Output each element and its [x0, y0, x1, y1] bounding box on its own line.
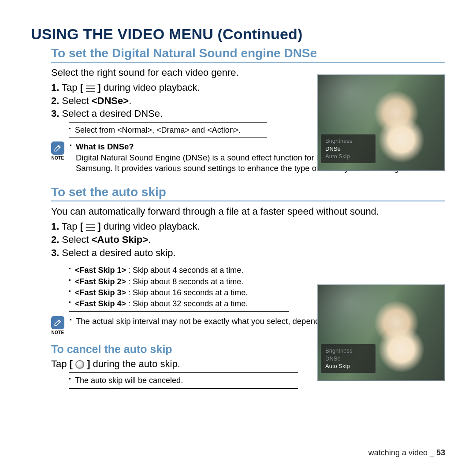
footer-page: 53 — [436, 448, 445, 457]
menu-drawer: Brightness DNSe Auto Skip — [321, 344, 376, 373]
fastskip-4-desc: : Skip about 32 seconds at a time. — [126, 299, 248, 308]
step-number: 3. — [51, 247, 59, 258]
step-text: Tap — [59, 82, 80, 93]
bracket-open: [ — [80, 82, 86, 93]
menu-icon — [86, 86, 95, 92]
fastskip-1-desc: : Skip about 4 seconds at a time. — [126, 266, 243, 275]
cancel-result: The auto skip will be canceled. — [69, 372, 298, 388]
drawer-item-autoskip: Auto Skip — [325, 152, 371, 160]
note-icon — [51, 316, 64, 329]
bracket-open: [ — [80, 221, 86, 232]
fastskip-3: <Fast Skip 3> : Skip about 16 seconds at… — [69, 287, 289, 298]
bracket-open: [ — [70, 358, 75, 369]
fastskip-3-label: <Fast Skip 3> — [75, 288, 126, 297]
autoskip-step-3: 3. Select a desired auto skip. — [51, 246, 280, 260]
cancel-text-b: during the auto skip. — [90, 358, 180, 369]
period: . — [148, 234, 151, 245]
drawer-item-brightness: Brightness — [325, 347, 371, 355]
menu-icon — [86, 224, 95, 231]
dnse-options: Select from <Normal>, <Drama> and <Actio… — [69, 122, 267, 138]
dnse-step-3: 3. Select a desired DNSe. — [51, 107, 280, 120]
autoskip-step-2: 2. Select <Auto Skip>. — [51, 233, 280, 246]
cancel-text-a: Tap — [51, 358, 70, 369]
fastskip-2-desc: : Skip about 8 seconds at a time. — [126, 277, 243, 286]
dnse-note-q-text: What is DNSe? — [76, 142, 134, 151]
page-footer: watching a video _ 53 — [368, 448, 445, 457]
step-text: Select — [59, 234, 91, 245]
step-text: Select a desired auto skip. — [59, 247, 175, 258]
bracket-close: ] — [95, 82, 100, 93]
step-number: 1. — [51, 82, 59, 93]
step-tail: during video playback. — [101, 82, 200, 93]
dnse-steps: 1. Tap [ ] during video playback. 2. Sel… — [51, 81, 280, 120]
note-icon — [51, 141, 64, 155]
circle-button-icon — [75, 360, 84, 369]
fastskip-4: <Fast Skip 4> : Skip about 32 seconds at… — [69, 298, 289, 309]
drawer-item-dnse: DNSe — [325, 145, 371, 153]
period: . — [129, 95, 131, 106]
note-label: NOTE — [52, 330, 64, 335]
fastskip-1: <Fast Skip 1> : Skip about 4 seconds at … — [69, 265, 289, 276]
dnse-label: <DNSe> — [92, 95, 129, 106]
autoskip-intro: You can automatically forward through a … — [51, 206, 439, 217]
dnse-intro: Select the right sound for each video ge… — [51, 67, 280, 78]
bracket-close: ] — [84, 358, 90, 369]
step-text: Tap — [59, 221, 80, 232]
screenshot-dnse: Brightness DNSe Auto Skip — [317, 74, 445, 171]
fastskip-list: <Fast Skip 1> : Skip about 4 seconds at … — [69, 262, 289, 312]
drawer-item-autoskip: Auto Skip — [325, 362, 371, 370]
dnse-options-text: Select from <Normal>, <Drama> and <Actio… — [69, 125, 267, 135]
note-badge: NOTE — [51, 141, 64, 160]
fastskip-1-label: <Fast Skip 1> — [75, 266, 126, 275]
menu-drawer: Brightness DNSe Auto Skip — [321, 134, 376, 163]
step-number: 3. — [51, 108, 59, 119]
fastskip-2: <Fast Skip 2> : Skip about 8 seconds at … — [69, 276, 289, 287]
section-title-dnse: To set the Digital Natural Sound engine … — [51, 46, 445, 63]
dnse-step-1: 1. Tap [ ] during video playback. — [51, 81, 280, 94]
section-title-autoskip: To set the auto skip — [51, 185, 445, 201]
cancel-bullet: The auto skip will be canceled. — [69, 375, 298, 386]
autoskip-label: <Auto Skip> — [92, 234, 148, 245]
autoskip-step-1: 1. Tap [ ] during video playback. — [51, 220, 280, 233]
footer-text: watching a video _ — [368, 448, 436, 457]
fastskip-4-label: <Fast Skip 4> — [75, 299, 126, 308]
step-tail: during video playback. — [101, 221, 200, 232]
step-text: Select — [59, 95, 91, 106]
screenshot-autoskip: Brightness DNSe Auto Skip — [317, 284, 445, 381]
dnse-step-2: 2. Select <DNSe>. — [51, 94, 280, 108]
page-title: USING THE VIDEO MENU (Continued) — [31, 26, 445, 43]
drawer-item-dnse: DNSe — [325, 355, 371, 363]
drawer-item-brightness: Brightness — [325, 137, 371, 145]
step-number: 2. — [51, 95, 59, 106]
step-number: 2. — [51, 234, 59, 245]
step-number: 1. — [51, 221, 59, 232]
note-label: NOTE — [52, 156, 64, 160]
bracket-close: ] — [95, 221, 100, 232]
step-text: Select a desired DNSe. — [59, 108, 163, 119]
fastskip-2-label: <Fast Skip 2> — [75, 277, 126, 286]
note-badge: NOTE — [51, 316, 64, 335]
fastskip-3-desc: : Skip about 16 seconds at a time. — [126, 288, 248, 297]
autoskip-steps: 1. Tap [ ] during video playback. 2. Sel… — [51, 220, 280, 259]
